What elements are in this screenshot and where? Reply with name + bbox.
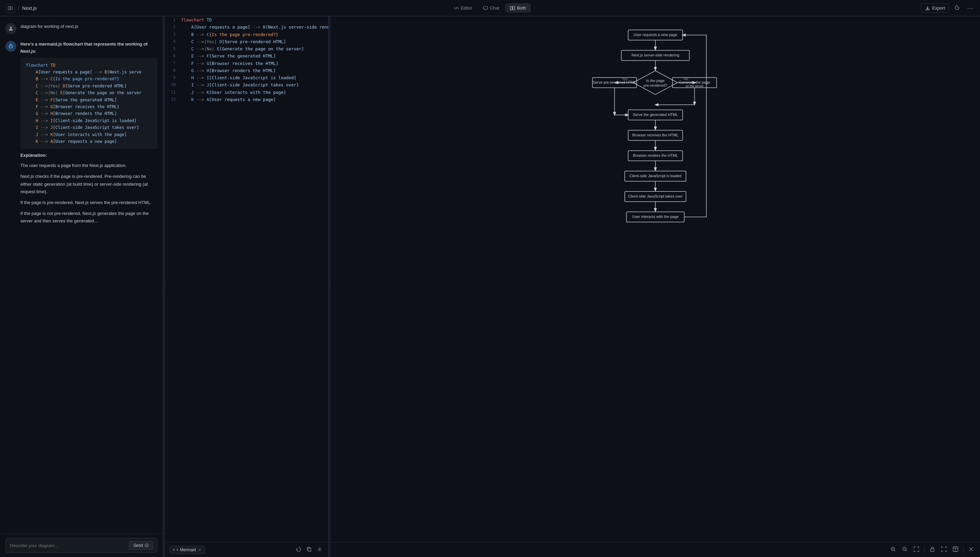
code-line-8: 8 G --> H[Browser renders the HTML] [165, 67, 328, 74]
code-line-4: 4 C -->|Yes| D[Serve pre-rendered HTML] [165, 38, 328, 45]
user-avatar [5, 23, 16, 34]
zoom-in-icon [890, 546, 896, 552]
svg-rect-0 [8, 7, 10, 10]
editor-bottom-bar: Mermaid [165, 542, 328, 557]
node-G-label: Browser receives the HTML [632, 133, 678, 137]
chat-panel: diagram for working of next.js Here's a … [0, 16, 163, 557]
diagram-panel: User requests a new page Next.js server-… [331, 16, 980, 557]
sidebar-toggle-button[interactable] [5, 3, 15, 13]
node-F-label: Serve the generated HTML [633, 112, 678, 117]
mermaid-code-block: flowchart TD A[User requests a page] -->… [20, 58, 158, 149]
main-layout: diagram for working of next.js Here's a … [0, 16, 980, 557]
moon-icon [955, 5, 960, 10]
fit-button[interactable] [911, 545, 921, 555]
node-D-label: Serve pre-rendered HTML [593, 80, 636, 84]
panel-icon [953, 546, 958, 552]
svg-point-8 [11, 46, 12, 47]
svg-point-7 [10, 46, 11, 47]
explanation-para-4: If the page is not pre-rendered, Next.js… [20, 210, 158, 225]
svg-line-2 [456, 7, 457, 10]
send-button[interactable]: Send [129, 541, 153, 550]
theme-toggle-button[interactable] [954, 3, 962, 13]
tab-editor[interactable]: Editor [449, 3, 477, 13]
settings-button[interactable] [315, 546, 324, 554]
zoom-out-button[interactable] [900, 545, 910, 555]
node-E-label: Generate the page [679, 80, 710, 84]
topbar-left: / Next.js [5, 3, 449, 13]
chat-icon [483, 6, 488, 11]
svg-line-42 [906, 550, 907, 551]
chat-input[interactable] [10, 543, 126, 548]
code-line-3: 3 B --> C{Is the page pre-rendered?} [165, 31, 328, 38]
topbar: / Next.js Editor Chat Both [0, 0, 980, 16]
code-line-11: 11 J --> K[User interacts with the page] [165, 89, 328, 96]
chat-input-wrap: Send [5, 538, 158, 553]
svg-text:on the server: on the server [686, 84, 704, 88]
diagram-bottom-bar [331, 542, 980, 557]
history-button[interactable] [294, 546, 303, 554]
svg-marker-16 [633, 71, 678, 94]
code-line-7: 7 F --> G[Browser receives the HTML] [165, 60, 328, 67]
user-message-content: diagram for working of next.js [20, 23, 158, 30]
bot-message-content: Here's a mermaid.js flowchart that repre… [20, 41, 158, 228]
code-editor-content[interactable]: 1 flowchart TD 2 A[User requests a page]… [165, 16, 328, 542]
tab-both[interactable]: Both [505, 3, 531, 13]
chat-messages[interactable]: diagram for working of next.js Here's a … [0, 16, 163, 534]
svg-rect-44 [931, 549, 934, 552]
tab-bar: Editor Chat Both [449, 3, 531, 13]
svg-line-38 [894, 550, 896, 551]
code-editor-panel: 1 flowchart TD 2 A[User requests a page]… [165, 16, 329, 557]
bot-intro: Here's a mermaid.js flowchart that repre… [20, 41, 158, 55]
history-icon [296, 547, 301, 552]
bot-avatar [5, 41, 16, 52]
code-line-1: 1 flowchart TD [165, 16, 328, 23]
topbar-right: Export ⋯ [531, 3, 975, 13]
node-I-label: Client-side JavaScript is loaded [629, 174, 681, 178]
code-line-5: 5 C -->|No| E[Generate the page on the s… [165, 45, 328, 52]
settings-icon [317, 547, 322, 552]
expand-button[interactable] [939, 545, 949, 555]
svg-rect-6 [9, 45, 13, 48]
chevron-down-icon [198, 548, 201, 552]
chat-input-area: Send [0, 534, 163, 557]
node-J-label: Client-side JavaScript takes over [628, 194, 683, 198]
node-B-label: Next.js server-side rendering [632, 53, 679, 57]
bot-icon [8, 44, 14, 49]
code-line-12: 12 K --> A[User requests a new page] [165, 96, 328, 103]
close-button[interactable] [966, 546, 976, 554]
flowchart-svg: User requests a new page Next.js server-… [591, 26, 720, 285]
copy-icon [307, 547, 312, 552]
diagram-separator [924, 546, 924, 553]
mermaid-selector[interactable]: Mermaid [170, 546, 205, 554]
node-C-label: Is the page [646, 78, 665, 83]
lock-button[interactable] [927, 545, 938, 555]
code-line-6: 6 E --> F[Serve the generated HTML] [165, 52, 328, 60]
copy-button[interactable] [305, 546, 314, 554]
code-icon-small [173, 547, 178, 552]
diagram-content[interactable]: User requests a new page Next.js server-… [331, 16, 980, 542]
code-line-2: 2 A[User requests a page] --> B(Next.js … [165, 23, 328, 31]
both-icon [510, 6, 515, 11]
expand-icon [941, 546, 947, 552]
panel-button[interactable] [951, 545, 960, 555]
svg-rect-4 [513, 7, 514, 10]
zoom-out-icon [902, 546, 908, 552]
export-button[interactable]: Export [921, 3, 949, 13]
tab-chat[interactable]: Chat [479, 3, 504, 13]
node-K-label: User interacts with the page [632, 215, 678, 219]
more-options-button[interactable]: ⋯ [966, 3, 975, 13]
svg-point-11 [319, 549, 320, 550]
diagram-separator-2 [963, 546, 964, 553]
svg-rect-3 [510, 7, 512, 10]
explanation-para-2: Next.js checks if the page is pre-render… [20, 173, 158, 195]
zoom-in-button[interactable] [888, 545, 898, 555]
node-H-label: Browser renders the HTML [633, 153, 678, 158]
user-message: diagram for working of next.js [5, 23, 158, 34]
explanation-para-1: The user requests a page from the Next.j… [20, 162, 158, 169]
node-A-label: User requests a new page [634, 33, 677, 37]
explanation-para-3: If the page is pre-rendered, Next.js ser… [20, 199, 158, 207]
editor-toolbar-right [294, 546, 324, 554]
svg-rect-10 [308, 548, 311, 551]
code-icon [454, 6, 459, 11]
close-icon [969, 547, 973, 552]
